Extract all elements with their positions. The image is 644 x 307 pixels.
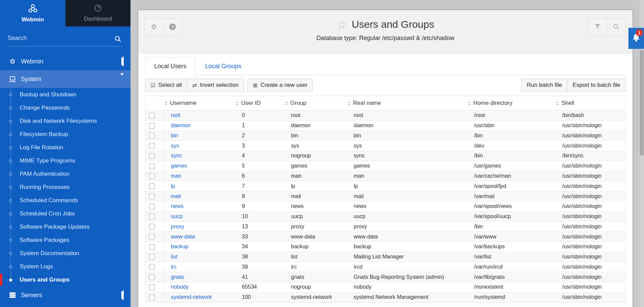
scrollbar-thumb[interactable] bbox=[640, 50, 644, 155]
row-checkbox-cell bbox=[145, 201, 164, 211]
table-row: news 9 news news /var/spool/news /usr/sb… bbox=[145, 201, 626, 211]
row-checkbox[interactable] bbox=[149, 204, 155, 210]
sidebar-item-servers[interactable]: Servers bbox=[0, 286, 130, 304]
sidebar-item-mime-type-programs[interactable]: MIME Type Programs bbox=[0, 154, 130, 167]
search-input[interactable] bbox=[7, 32, 123, 46]
sidebar-item-webmin[interactable]: ⚙ Webmin bbox=[0, 53, 130, 70]
cell-user-id: 65534 bbox=[235, 282, 284, 292]
username-link[interactable]: sync bbox=[171, 153, 182, 158]
row-checkbox[interactable] bbox=[149, 123, 155, 129]
username-link[interactable]: root bbox=[171, 112, 180, 118]
module-config-button[interactable]: ⚙ bbox=[144, 18, 163, 35]
row-checkbox[interactable] bbox=[149, 113, 155, 119]
bullet-icon bbox=[9, 159, 12, 162]
search-button[interactable] bbox=[607, 18, 626, 35]
username-link[interactable]: man bbox=[171, 173, 181, 179]
gear-icon: ⚙ bbox=[151, 23, 157, 30]
sidebar-item-software-package-updates[interactable]: Software Package Updates bbox=[0, 220, 130, 233]
col-header-user-id[interactable]: User ID bbox=[235, 96, 284, 111]
notifications-button[interactable]: 1 bbox=[628, 28, 644, 49]
cell-group: sys bbox=[284, 141, 347, 151]
cell-username: sys bbox=[164, 141, 235, 151]
create-new-user-button[interactable]: ⊞ Create a new user bbox=[247, 79, 313, 92]
username-link[interactable]: proxy bbox=[171, 224, 184, 229]
table-header-row: Username User ID Group Real name Home di… bbox=[145, 96, 626, 111]
username-link[interactable]: systemd-network bbox=[171, 294, 212, 300]
row-checkbox[interactable] bbox=[149, 183, 155, 189]
sidebar-item-change-passwords[interactable]: Change Passwords bbox=[0, 101, 130, 114]
invert-selection-button[interactable]: ⇄ Invert selection bbox=[187, 79, 244, 92]
username-link[interactable]: list bbox=[171, 254, 178, 260]
row-checkbox[interactable] bbox=[149, 163, 155, 169]
row-checkbox[interactable] bbox=[149, 143, 155, 149]
row-checkbox[interactable] bbox=[149, 213, 155, 219]
cell-real-name: Gnats Bug-Reporting System (admin) bbox=[347, 272, 467, 282]
sidebar-item-bootup-and-shutdown[interactable]: Bootup and Shutdown bbox=[0, 88, 130, 101]
webmin-logo-icon bbox=[28, 4, 38, 15]
col-header-real-name[interactable]: Real name bbox=[347, 96, 467, 111]
bullet-icon bbox=[9, 186, 12, 189]
row-checkbox[interactable] bbox=[149, 173, 155, 179]
sidebar-item-pam-authentication[interactable]: PAM Authentication bbox=[0, 167, 130, 180]
sidebar-item-filesystem-backup[interactable]: Filesystem Backup bbox=[0, 128, 130, 141]
cell-username: uucp bbox=[164, 211, 235, 222]
username-link[interactable]: lp bbox=[171, 183, 175, 189]
username-link[interactable]: daemon bbox=[171, 122, 190, 128]
username-link[interactable]: sys bbox=[171, 143, 179, 149]
row-checkbox[interactable] bbox=[149, 284, 155, 290]
username-link[interactable]: irc bbox=[171, 264, 177, 270]
username-link[interactable]: backup bbox=[171, 244, 188, 249]
row-checkbox[interactable] bbox=[149, 224, 155, 230]
col-header-username[interactable]: Username bbox=[164, 96, 235, 111]
cell-group: systemd-network bbox=[284, 292, 347, 302]
run-batch-file-button[interactable]: Run batch file bbox=[521, 79, 567, 92]
sidebar-item-software-packages[interactable]: Software Packages bbox=[0, 233, 130, 247]
bullet-icon bbox=[9, 146, 12, 149]
username-link[interactable]: nobody bbox=[171, 284, 189, 290]
username-link[interactable]: www-data bbox=[171, 234, 195, 239]
help-button[interactable]: ? bbox=[163, 18, 182, 35]
row-checkbox[interactable] bbox=[149, 193, 155, 199]
filter-button[interactable] bbox=[588, 18, 607, 35]
username-link[interactable]: uucp bbox=[171, 213, 183, 219]
row-checkbox[interactable] bbox=[149, 133, 155, 139]
col-header-shell[interactable]: Shell bbox=[556, 96, 626, 111]
sidebar-item-log-file-rotation[interactable]: Log File Rotation bbox=[0, 141, 130, 154]
row-checkbox[interactable] bbox=[149, 153, 155, 159]
filter-icon bbox=[594, 24, 601, 30]
row-checkbox[interactable] bbox=[149, 234, 155, 240]
tab-dashboard[interactable]: Dashboard bbox=[65, 0, 130, 26]
sidebar-item-system-documentation[interactable]: System Documentation bbox=[0, 247, 130, 260]
col-header-group[interactable]: Group bbox=[284, 96, 347, 111]
tab-local-users[interactable]: Local Users bbox=[145, 57, 196, 75]
username-link[interactable]: games bbox=[171, 163, 187, 169]
sort-arrows-icon bbox=[468, 101, 471, 105]
username-link[interactable]: mail bbox=[171, 193, 181, 199]
webmin-tab-label: Webmin bbox=[22, 16, 44, 23]
row-checkbox[interactable] bbox=[149, 244, 155, 250]
tab-local-groups[interactable]: Local Groups bbox=[196, 57, 250, 75]
sidebar-item-system[interactable]: System bbox=[0, 70, 130, 88]
col-header-home-directory[interactable]: Home directory bbox=[467, 96, 556, 111]
sidebar-item-system-logs[interactable]: System Logs bbox=[0, 260, 130, 273]
row-checkbox[interactable] bbox=[149, 254, 155, 260]
row-checkbox[interactable] bbox=[149, 264, 155, 270]
favorite-star-icon[interactable]: ☆ bbox=[337, 18, 347, 31]
sidebar-item-disk-and-network-filesystems[interactable]: Disk and Network Filesystems bbox=[0, 114, 130, 128]
username-link[interactable]: news bbox=[171, 203, 183, 209]
bullet-icon bbox=[9, 107, 12, 110]
row-checkbox[interactable] bbox=[149, 294, 155, 301]
sidebar-item-scheduled-cron-jobs[interactable]: Scheduled Cron Jobs bbox=[0, 207, 130, 220]
select-all-button[interactable]: ☑ Select all bbox=[145, 79, 187, 92]
row-checkbox[interactable] bbox=[149, 274, 155, 280]
sidebar-item-running-processes[interactable]: Running Processes bbox=[0, 180, 130, 194]
export-batch-file-button[interactable]: Export to batch file bbox=[567, 79, 626, 92]
search-icon[interactable] bbox=[114, 35, 122, 44]
cell-shell: /usr/sbin/nologin bbox=[556, 211, 626, 222]
username-link[interactable]: bin bbox=[171, 133, 178, 138]
sidebar-item-users-and-groups[interactable]: Users and Groups bbox=[0, 273, 130, 286]
tab-webmin-brand[interactable]: Webmin bbox=[0, 0, 65, 26]
sidebar-item-scheduled-commands[interactable]: Scheduled Commands bbox=[0, 194, 130, 207]
username-link[interactable]: gnats bbox=[171, 274, 184, 280]
cell-username: daemon bbox=[164, 120, 235, 131]
